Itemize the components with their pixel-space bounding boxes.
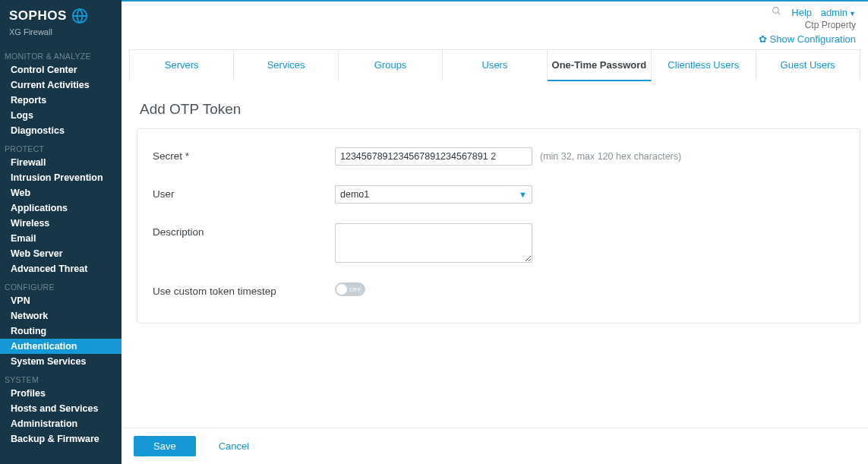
cancel-link[interactable]: Cancel [219, 440, 249, 452]
timestep-toggle[interactable]: OFF [335, 283, 365, 296]
nav-item[interactable]: Diagnostics [0, 123, 122, 138]
nav-item[interactable]: Profiles [0, 386, 122, 401]
sophos-globe-icon [71, 8, 88, 24]
nav-item[interactable]: Reports [0, 93, 122, 108]
gear-icon: ✿ [759, 33, 767, 45]
toggle-state: OFF [349, 286, 361, 293]
nav-section-title: CONFIGURE [0, 276, 122, 293]
tab[interactable]: Users [443, 50, 547, 81]
footer: Save Cancel [122, 428, 868, 464]
nav-item[interactable]: Administration [0, 416, 122, 431]
admin-label: admin [821, 7, 847, 18]
tab[interactable]: Groups [339, 50, 443, 81]
chevron-down-icon: ▼ [849, 10, 856, 17]
nav-section-title: SYSTEM [0, 369, 122, 386]
user-label: User [153, 185, 335, 200]
main-area: Help admin▼ Ctp Property ✿Show Configura… [122, 0, 868, 464]
form-card: Secret * (min 32, max 120 hex characters… [137, 128, 860, 324]
chevron-down-icon: ▼ [519, 190, 527, 199]
user-select[interactable]: demo1 ▼ [335, 185, 532, 204]
page-title: Add OTP Token [140, 101, 860, 118]
toggle-knob [336, 284, 347, 295]
nav-item[interactable]: Backup & Firmware [0, 431, 122, 447]
nav-section-title: PROTECT [0, 138, 122, 155]
nav-item[interactable]: Web Server [0, 246, 122, 261]
svg-point-1 [772, 8, 778, 14]
nav-item[interactable]: System Services [0, 354, 122, 369]
description-input[interactable] [335, 223, 532, 263]
brand-sub: XG Firewall [0, 27, 122, 46]
nav-item[interactable]: Wireless [0, 216, 122, 231]
nav: MONITOR & ANALYZEControl CenterCurrent A… [0, 46, 122, 447]
nav-item[interactable]: Control Center [0, 62, 122, 77]
admin-menu[interactable]: admin▼ [821, 7, 856, 18]
nav-item[interactable]: Network [0, 308, 122, 324]
nav-item[interactable]: Routing [0, 324, 122, 339]
nav-item[interactable]: Authentication [0, 339, 122, 354]
timestep-label: Use custom token timestep [153, 283, 335, 297]
nav-item[interactable]: Email [0, 231, 122, 246]
brand-name: SOPHOS [9, 8, 67, 24]
svg-line-2 [778, 12, 780, 14]
tab[interactable]: Guest Users [756, 50, 860, 81]
nav-item[interactable]: Firewall [0, 155, 122, 170]
nav-section-title: MONITOR & ANALYZE [0, 46, 122, 62]
tab[interactable]: Clientless Users [652, 50, 756, 81]
search-icon[interactable] [772, 7, 784, 18]
secret-label: Secret * [153, 147, 335, 162]
tab[interactable]: One-Time Password [548, 50, 652, 81]
tab-bar: ServersServicesGroupsUsersOne-Time Passw… [129, 49, 860, 81]
description-label: Description [153, 223, 335, 238]
help-link[interactable]: Help [791, 7, 812, 18]
secret-hint: (min 32, max 120 hex characters) [540, 151, 681, 162]
nav-item[interactable]: Intrusion Prevention [0, 170, 122, 185]
nav-item[interactable]: Advanced Threat [0, 261, 122, 276]
sidebar: SOPHOS XG Firewall MONITOR & ANALYZECont… [0, 0, 122, 464]
nav-item[interactable]: Hosts and Services [0, 401, 122, 416]
secret-input[interactable] [335, 147, 532, 166]
tenant-name: Ctp Property [122, 20, 868, 33]
brand-logo: SOPHOS [0, 0, 122, 27]
user-select-value: demo1 [340, 189, 369, 200]
nav-item[interactable]: Applications [0, 200, 122, 216]
save-button[interactable]: Save [134, 436, 196, 456]
show-configuration-label: Show Configuration [770, 33, 856, 45]
nav-item[interactable]: VPN [0, 293, 122, 308]
nav-item[interactable]: Logs [0, 108, 122, 123]
nav-item[interactable]: Web [0, 185, 122, 200]
nav-item[interactable]: Current Activities [0, 77, 122, 93]
show-configuration-link[interactable]: ✿Show Configuration [122, 33, 868, 49]
tab[interactable]: Servers [130, 50, 234, 81]
tab[interactable]: Services [234, 50, 338, 81]
page-body: Add OTP Token Secret * (min 32, max 120 … [122, 81, 868, 428]
topbar: Help admin▼ [122, 2, 868, 20]
